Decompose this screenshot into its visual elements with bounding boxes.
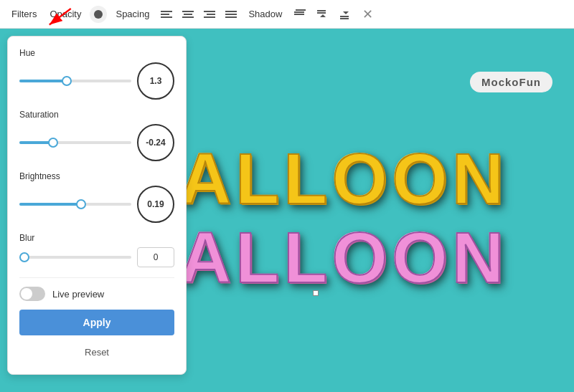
live-preview-row: Live preview bbox=[19, 287, 174, 301]
brightness-thumb[interactable] bbox=[76, 199, 86, 209]
align-right-icon[interactable] bbox=[201, 6, 218, 22]
align-center-icon[interactable] bbox=[179, 6, 197, 22]
saturation-value[interactable]: -0.24 bbox=[137, 124, 174, 161]
svg-rect-10 bbox=[225, 11, 237, 12]
align-left-icon[interactable] bbox=[158, 6, 175, 22]
spacing-tab[interactable]: Spacing bbox=[111, 6, 154, 22]
blur-slider[interactable] bbox=[19, 256, 131, 259]
svg-marker-21 bbox=[343, 11, 349, 14]
delete-icon[interactable]: ✕ bbox=[359, 4, 376, 25]
hue-slider-container: 1.3 bbox=[19, 62, 174, 100]
live-preview-toggle[interactable] bbox=[19, 287, 45, 301]
hue-label: Hue bbox=[19, 48, 174, 58]
svg-rect-11 bbox=[225, 14, 237, 15]
hue-row: Hue 1.3 bbox=[19, 48, 174, 100]
saturation-thumb[interactable] bbox=[48, 138, 58, 148]
blur-value[interactable]: 0 bbox=[137, 247, 174, 267]
saturation-slider[interactable] bbox=[19, 141, 131, 144]
hue-value[interactable]: 1.3 bbox=[137, 62, 174, 100]
svg-rect-4 bbox=[182, 11, 194, 12]
toolbar: Filters Opacity Spacing Shadow bbox=[0, 0, 574, 29]
reset-button[interactable]: Reset bbox=[19, 341, 174, 363]
brightness-slider-container: 0.19 bbox=[19, 186, 174, 223]
filters-panel: Hue 1.3 Saturation -0.24 Brightness bbox=[7, 36, 187, 375]
brightness-value[interactable]: 0.19 bbox=[137, 186, 174, 223]
opacity-tab[interactable]: Opacity bbox=[45, 6, 85, 22]
saturation-slider-container: -0.24 bbox=[19, 124, 174, 161]
mockofun-watermark: MockoFun bbox=[470, 72, 552, 92]
live-preview-label: Live preview bbox=[52, 289, 104, 300]
svg-rect-2 bbox=[161, 14, 169, 15]
svg-rect-17 bbox=[317, 12, 326, 14]
brightness-fill bbox=[19, 203, 81, 206]
svg-point-0 bbox=[94, 10, 103, 19]
hue-fill bbox=[19, 80, 67, 82]
apply-button[interactable]: Apply bbox=[19, 310, 174, 335]
svg-marker-18 bbox=[320, 14, 326, 17]
hue-thumb[interactable] bbox=[62, 76, 72, 86]
brightness-slider[interactable] bbox=[19, 203, 131, 206]
opacity-icon[interactable] bbox=[90, 6, 107, 23]
brightness-row: Brightness 0.19 bbox=[19, 171, 174, 223]
svg-rect-7 bbox=[204, 11, 215, 12]
layer-icon[interactable] bbox=[291, 6, 309, 23]
svg-rect-12 bbox=[225, 16, 237, 18]
hue-slider[interactable] bbox=[19, 80, 131, 82]
svg-rect-5 bbox=[184, 14, 192, 15]
panel-divider bbox=[19, 277, 174, 278]
svg-rect-13 bbox=[294, 11, 304, 13]
saturation-label: Saturation bbox=[19, 110, 174, 120]
filters-tab[interactable]: Filters bbox=[7, 6, 41, 22]
blur-label: Blur bbox=[19, 233, 174, 243]
svg-rect-8 bbox=[207, 14, 215, 15]
blur-slider-container: 0 bbox=[19, 247, 174, 267]
svg-rect-1 bbox=[161, 11, 172, 12]
svg-rect-3 bbox=[161, 16, 172, 18]
svg-rect-14 bbox=[294, 14, 304, 15]
svg-rect-15 bbox=[296, 9, 306, 11]
svg-rect-19 bbox=[340, 16, 349, 17]
svg-rect-16 bbox=[317, 10, 326, 11]
layer-down-icon[interactable] bbox=[314, 6, 332, 23]
shadow-tab[interactable]: Shadow bbox=[244, 6, 286, 22]
align-justify-icon[interactable] bbox=[222, 6, 240, 22]
svg-rect-9 bbox=[204, 16, 215, 18]
brightness-label: Brightness bbox=[19, 171, 174, 181]
saturation-row: Saturation -0.24 bbox=[19, 110, 174, 161]
layer-up-icon[interactable] bbox=[337, 6, 355, 23]
blur-thumb[interactable] bbox=[19, 252, 29, 262]
svg-rect-6 bbox=[182, 16, 194, 18]
svg-rect-20 bbox=[340, 18, 349, 19]
blur-row: Blur 0 bbox=[19, 233, 174, 267]
